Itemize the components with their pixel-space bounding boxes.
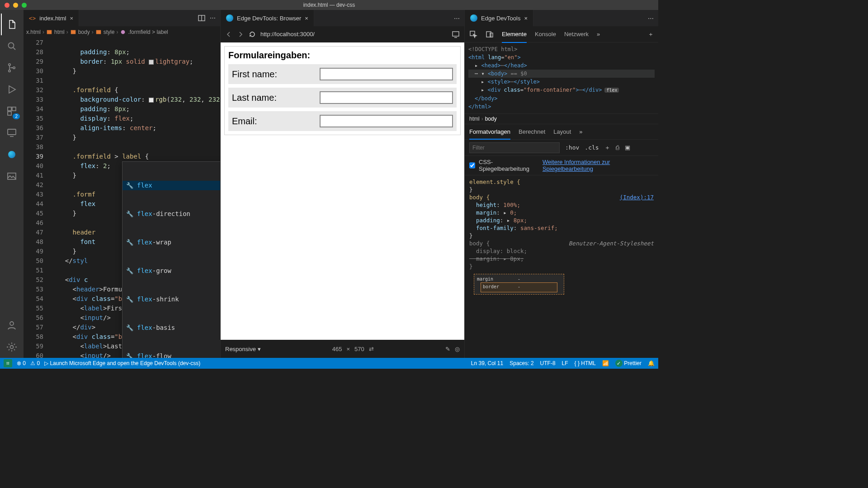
styles-filter-input[interactable] <box>469 142 560 153</box>
css-mirror-link[interactable]: Weitere Informationen zur Spiegelbearbei… <box>542 159 654 172</box>
tab-filename: index.html <box>39 15 66 22</box>
devtools-actions[interactable]: ⋯ <box>648 15 658 22</box>
html-file-icon: <> <box>29 15 36 22</box>
status-bar: ⌗ ⊗ 0 ⚠ 0 ▷ Launch Microsoft Edge and op… <box>0 358 658 369</box>
lastname-input[interactable] <box>320 91 453 104</box>
settings-gear-icon[interactable] <box>1 336 23 358</box>
svg-point-2 <box>9 70 10 72</box>
cursor-position[interactable]: Ln 39, Col 11 <box>471 360 503 366</box>
run-debug-icon[interactable] <box>1 79 23 100</box>
cls-toggle[interactable]: .cls <box>585 144 599 151</box>
errors-count[interactable]: ⊗ 0 <box>17 360 26 366</box>
split-editor-icon[interactable] <box>198 14 205 22</box>
eol[interactable]: LF <box>562 360 568 366</box>
svg-rect-5 <box>12 107 16 111</box>
suggest-item[interactable]: 🔧flex-grow <box>123 266 220 276</box>
firstname-input[interactable] <box>320 68 453 80</box>
suggest-item[interactable]: 🔧flex-wrap <box>123 238 220 247</box>
device-toggle-icon[interactable] <box>486 30 494 38</box>
launch-task[interactable]: ▷ Launch Microsoft Edge and open the Edg… <box>44 360 200 366</box>
styles-tab-berechnet[interactable]: Berechnet <box>519 128 545 135</box>
hov-toggle[interactable]: :hov <box>565 144 579 151</box>
styles-tab-formatvorlagen[interactable]: Formatvorlagen <box>469 128 510 140</box>
source-control-icon[interactable] <box>1 57 23 79</box>
remote-explorer-icon[interactable] <box>1 122 23 144</box>
device-icon[interactable]: ⎙ <box>616 144 619 151</box>
viewport-width[interactable]: 465 <box>332 346 342 352</box>
devtools-panel: Edge DevTools × ⋯ Elemente Konsole Netzw… <box>465 10 658 358</box>
url-bar[interactable]: http://localhost:3000/ <box>260 31 315 38</box>
warnings-count[interactable]: ⚠ 0 <box>30 360 40 366</box>
more-actions-icon[interactable]: ⋯ <box>210 14 216 22</box>
css-mirror-label: CSS-Spiegelbearbeitung <box>479 159 539 172</box>
svg-rect-13 <box>453 32 459 36</box>
edge-tools-icon[interactable] <box>1 144 23 165</box>
close-tab-icon[interactable]: × <box>305 15 308 22</box>
email-input[interactable] <box>320 115 453 127</box>
elements-tree[interactable]: <!DOCTYPE html> <html lang="en"> ▸ <head… <box>465 42 658 113</box>
code-content[interactable]: padding: 8px; border: 1px solid lightgra… <box>50 38 220 358</box>
encoding[interactable]: UTF-8 <box>540 360 556 366</box>
notification-bell-icon[interactable]: 🔔 <box>648 360 655 366</box>
label: Email: <box>232 116 320 127</box>
styles-pane[interactable]: element.style { } body {(Index):17 heigh… <box>465 175 658 358</box>
extensions-icon[interactable] <box>1 100 23 122</box>
search-icon[interactable] <box>1 35 23 57</box>
suggest-item[interactable]: 🔧flex-shrink <box>123 295 220 304</box>
toggle-pane-icon[interactable]: ▣ <box>625 144 630 151</box>
screencast-icon[interactable] <box>452 30 460 38</box>
suggest-item[interactable]: 🔧flex <box>123 181 220 190</box>
devtools-tab[interactable]: Edge DevTools × <box>465 10 533 26</box>
reload-icon[interactable] <box>249 31 256 38</box>
tool-tab-konsole[interactable]: Konsole <box>535 31 556 38</box>
svg-rect-16 <box>490 33 493 37</box>
inspect-icon[interactable]: ◎ <box>455 346 460 352</box>
box-model[interactable]: margin - border- <box>474 274 564 295</box>
more-tabs-icon[interactable]: » <box>597 31 600 38</box>
editor-tab[interactable]: <> index.html × <box>24 10 79 26</box>
css-mirror-checkbox[interactable] <box>469 162 475 169</box>
breadcrumbs[interactable]: x.html › html › body › style › .formfiel… <box>24 26 220 38</box>
image-icon[interactable] <box>1 165 23 187</box>
account-icon[interactable] <box>1 314 23 336</box>
language-mode[interactable]: { } HTML <box>575 360 596 366</box>
close-tab-icon[interactable]: × <box>70 15 73 22</box>
browser-tab-actions[interactable]: ⋯ <box>454 15 464 22</box>
label: Last name: <box>232 93 320 103</box>
dom-path[interactable]: html›body <box>465 113 658 124</box>
viewport-height[interactable]: 570 <box>354 346 364 352</box>
autocomplete-popup[interactable]: 🔧flex 🔧flex-direction 🔧flex-wrap 🔧flex-g… <box>122 161 220 358</box>
rotate-icon[interactable]: ⇄ <box>369 346 374 352</box>
suggest-item[interactable]: 🔧flex-direction <box>123 209 220 219</box>
main-layout: <> index.html × ⋯ x.html › html › body ›… <box>0 10 658 358</box>
browser-toolbar: http://localhost:3000/ <box>221 26 464 42</box>
inspect-element-icon[interactable] <box>469 30 477 38</box>
code-editor[interactable]: 2728293031323334353637383940414243444546… <box>24 38 220 358</box>
back-icon[interactable] <box>225 31 232 38</box>
forward-icon[interactable] <box>237 31 244 38</box>
tool-tab-elemente[interactable]: Elemente <box>502 31 527 43</box>
go-live-icon[interactable]: 📶 <box>602 360 609 366</box>
explorer-icon[interactable] <box>1 14 23 35</box>
form-header: Formulareingaben: <box>228 50 457 61</box>
styles-tab-layout[interactable]: Layout <box>553 128 571 135</box>
new-rule-icon[interactable]: ＋ <box>604 144 610 152</box>
add-tab-icon[interactable]: ＋ <box>648 30 654 38</box>
tool-tab-netzwerk[interactable]: Netzwerk <box>564 31 589 38</box>
eyedropper-icon[interactable]: ✎ <box>445 346 450 352</box>
form-container: Formulareingaben: First name: Last name:… <box>224 46 461 135</box>
label: First name: <box>232 69 320 80</box>
svg-point-10 <box>10 346 14 349</box>
editor-tab-bar: <> index.html × ⋯ <box>24 10 220 26</box>
suggest-item[interactable]: 🔧flex-basis <box>123 323 220 333</box>
svg-point-12 <box>121 30 125 34</box>
remote-indicator[interactable]: ⌗ <box>4 359 12 367</box>
close-tab-icon[interactable]: × <box>524 15 528 22</box>
viewport-mode[interactable]: Responsive ▾ <box>225 346 261 352</box>
suggest-item[interactable]: 🔧flex-flow <box>123 352 220 358</box>
browser-tab[interactable]: Edge DevTools: Browser × <box>221 10 314 26</box>
more-icon[interactable]: » <box>579 128 582 135</box>
formfield-firstname: First name: <box>228 64 457 84</box>
indent-setting[interactable]: Spaces: 2 <box>509 360 533 366</box>
prettier-status[interactable]: ✓ Prettier <box>615 360 642 367</box>
